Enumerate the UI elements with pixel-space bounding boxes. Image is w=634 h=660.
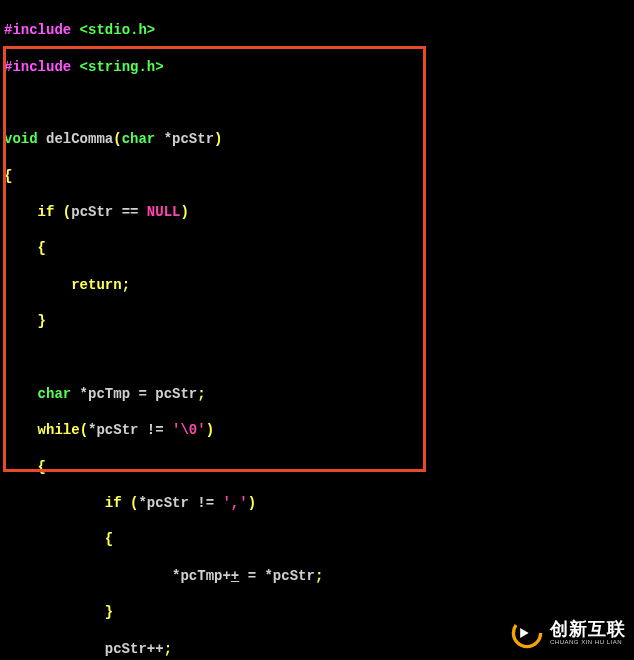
code-text: char [122, 131, 156, 147]
code-text: pcStr++ [4, 641, 164, 657]
code-text: return [4, 277, 122, 293]
code-text: *pcTmp = pcStr [71, 386, 197, 402]
code-text: #include [4, 22, 71, 38]
code-text: { [4, 168, 12, 184]
code-text: *pcTmp+ [4, 568, 231, 584]
code-text [4, 313, 38, 329]
code-text: while [4, 422, 80, 438]
code-text: NULL [147, 204, 181, 220]
code-text: ; [122, 277, 130, 293]
code-text: } [105, 604, 113, 620]
code-text: ) [214, 131, 222, 147]
code-text: + [231, 568, 239, 584]
code-text: ) [180, 204, 188, 220]
code-block: #include <stdio.h> #include <string.h> v… [0, 0, 634, 660]
code-text: delComma [38, 131, 114, 147]
code-text: '\0' [172, 422, 206, 438]
code-text: ( [80, 422, 88, 438]
code-text: char [4, 386, 71, 402]
code-text: if [4, 204, 54, 220]
code-text: <stdio.h> [71, 22, 155, 38]
code-text: = *pcStr [239, 568, 315, 584]
code-text: *pcStr [155, 131, 214, 147]
code-text: ( [63, 204, 71, 220]
code-text: <string.h> [71, 59, 163, 75]
code-text: *pcStr != [138, 495, 222, 511]
code-text: ) [248, 495, 256, 511]
code-text: ',' [222, 495, 247, 511]
logo-icon [510, 616, 544, 650]
code-text: { [38, 240, 46, 256]
code-text: #include [4, 59, 71, 75]
code-text: ) [206, 422, 214, 438]
code-text [4, 604, 105, 620]
watermark-en: CHUANG XIN HU LIAN [550, 639, 626, 647]
code-text: ; [197, 386, 205, 402]
code-text: } [38, 313, 46, 329]
code-text [4, 459, 38, 475]
watermark-cn: 创新互联 [550, 620, 626, 639]
code-text [4, 531, 105, 547]
watermark: 创新互联 CHUANG XIN HU LIAN [510, 616, 626, 650]
code-text [54, 204, 62, 220]
code-text: ( [113, 131, 121, 147]
code-text: { [105, 531, 113, 547]
code-text: pcStr == [71, 204, 147, 220]
code-text: { [38, 459, 46, 475]
code-text [122, 495, 130, 511]
code-text: ; [315, 568, 323, 584]
code-text: ; [164, 641, 172, 657]
code-text: *pcStr != [88, 422, 172, 438]
code-text: if [4, 495, 122, 511]
code-text [4, 240, 38, 256]
code-text: void [4, 131, 38, 147]
